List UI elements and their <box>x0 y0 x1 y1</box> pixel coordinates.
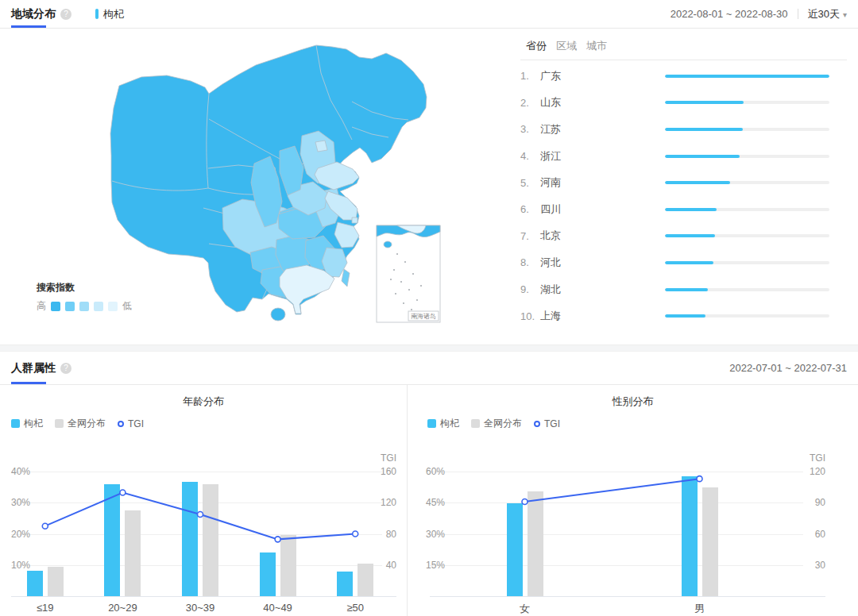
rank-bar-fill <box>665 208 717 211</box>
province-name: 四川 <box>540 202 561 217</box>
province-beijing[interactable] <box>315 141 327 152</box>
tgi-point <box>275 537 280 542</box>
rank-bar-track <box>665 261 829 264</box>
ranking-row: 4.浙江 <box>520 143 847 170</box>
age-distribution-chart: 年龄分布 枸杞全网分布TGI 40%16030%12020%8010%40TGI… <box>0 385 407 616</box>
rank-number: 6. <box>520 203 540 215</box>
tgi-point <box>522 499 528 504</box>
rank-number: 8. <box>520 256 540 268</box>
demo-date-range: 2022-07-01 ~ 2022-07-31 <box>729 362 847 374</box>
province-hainan[interactable] <box>271 308 285 321</box>
ranking-row: 9.湖北 <box>520 276 847 303</box>
map-legend-title: 搜索指数 <box>37 281 132 295</box>
province-name: 上海 <box>540 309 561 323</box>
demographics-section: 人群属性 ? 2022-07-01 ~ 2022-07-31 年龄分布 枸杞全网… <box>0 352 858 615</box>
map-legend-low-label: 低 <box>122 299 132 313</box>
ranking-row: 2.山东 <box>520 90 847 117</box>
map-legend-swatch-1 <box>51 302 60 311</box>
province-name: 山东 <box>540 95 561 110</box>
rank-bar-track <box>665 234 829 237</box>
map-legend-swatch-3 <box>79 302 89 311</box>
ranking-tab-3[interactable]: 城市 <box>586 39 607 53</box>
rank-number: 9. <box>520 283 540 295</box>
rank-number: 3. <box>520 123 540 135</box>
map-legend-swatches <box>51 302 118 311</box>
section-separator <box>0 345 858 352</box>
demo-section-header: 人群属性 ? 2022-07-01 ~ 2022-07-31 <box>0 352 858 384</box>
province-ranking-panel: 省份区域城市 1.广东2.山东3.江苏4.浙江5.河南6.四川7.北京8.河北9… <box>520 36 847 329</box>
geo-distribution-section: 地域分布 ? 枸杞 2022-08-01 ~ 2022-08-30 近30天▾ <box>0 0 858 345</box>
tgi-point <box>120 490 126 495</box>
province-ranking-list: 1.广东2.山东3.江苏4.浙江5.河南6.四川7.北京8.河北9.湖北10.上… <box>520 60 847 329</box>
ranking-row: 5.河南 <box>520 169 847 196</box>
header-vertical-divider <box>798 9 798 19</box>
gender-chart-plot: 60%12045%9030%6015%30TGI女男 <box>408 385 858 616</box>
province-taiwan[interactable] <box>342 269 350 287</box>
demo-section-title: 人群属性 <box>11 361 56 375</box>
province-name: 江苏 <box>540 122 561 137</box>
ranking-row: 6.四川 <box>520 196 847 223</box>
age-chart-plot: 40%16030%12020%8010%40TGI≤1920~2930~3940… <box>0 385 407 616</box>
ranking-tabs: 省份区域城市 <box>520 36 847 60</box>
map-legend: 搜索指数 高 低 <box>37 281 132 313</box>
rank-number: 1. <box>520 70 540 82</box>
rank-bar-fill <box>665 181 730 184</box>
south-china-sea-inset: 南海诸岛 <box>377 225 440 322</box>
ranking-row: 10.上海 <box>520 302 847 329</box>
rank-bar-track <box>665 155 829 158</box>
charts-row: 年龄分布 枸杞全网分布TGI 40%16030%12020%8010%40TGI… <box>0 385 858 616</box>
ranking-row: 8.河北 <box>520 249 847 276</box>
rank-number: 10. <box>520 310 540 322</box>
rank-number: 5. <box>520 177 540 189</box>
tgi-point <box>697 476 702 482</box>
tgi-line <box>0 385 407 616</box>
map-legend-swatch-5 <box>108 302 118 311</box>
ranking-tab-1[interactable]: 省份 <box>526 39 547 53</box>
ranking-row: 1.广东 <box>520 63 847 90</box>
tgi-point <box>353 531 358 537</box>
rank-bar-fill <box>665 314 705 318</box>
map-legend-swatch-4 <box>94 302 103 311</box>
tgi-point <box>198 511 203 517</box>
rank-bar-track <box>665 128 829 131</box>
rank-bar-track <box>665 314 829 318</box>
rank-number: 7. <box>520 230 540 242</box>
demo-active-underline <box>11 382 46 384</box>
caret-down-icon: ▾ <box>843 10 847 19</box>
rank-bar-fill <box>665 155 740 158</box>
gender-distribution-chart: 性别分布 枸杞全网分布TGI 60%12045%9030%6015%30TGI女… <box>408 385 858 616</box>
rank-bar-fill <box>665 288 708 291</box>
demo-help-icon[interactable]: ? <box>60 363 72 374</box>
rank-bar-track <box>665 208 829 211</box>
ranking-row: 3.江苏 <box>520 116 847 143</box>
map-legend-swatch-2 <box>65 302 75 311</box>
province-name: 湖北 <box>540 283 561 297</box>
rank-bar-track <box>665 288 829 291</box>
geo-date-range: 2022-08-01 ~ 2022-08-30 <box>671 8 788 20</box>
rank-bar-track <box>665 75 829 78</box>
period-dropdown[interactable]: 近30天▾ <box>808 7 848 21</box>
rank-number: 2. <box>520 97 540 109</box>
province-name: 河北 <box>540 256 561 270</box>
rank-bar-fill <box>665 234 715 237</box>
province-name: 浙江 <box>540 149 561 164</box>
province-name: 广东 <box>540 69 561 83</box>
rank-number: 4. <box>520 150 540 162</box>
province-name: 河南 <box>540 175 561 190</box>
tgi-line <box>408 385 858 616</box>
province-name: 北京 <box>540 229 561 243</box>
province-shanghai[interactable] <box>352 218 358 223</box>
rank-bar-fill <box>665 128 743 131</box>
rank-bar-fill <box>665 101 744 104</box>
period-label: 近30天 <box>808 8 840 20</box>
rank-bar-track <box>665 101 829 104</box>
inset-label: 南海诸岛 <box>411 313 436 320</box>
tgi-point <box>42 523 48 529</box>
rank-bar-fill <box>665 75 829 78</box>
ranking-row: 7.北京 <box>520 223 847 250</box>
province-guangdong[interactable] <box>280 265 334 314</box>
map-legend-high-label: 高 <box>37 299 46 313</box>
rank-bar-fill <box>665 261 713 264</box>
ranking-tab-2[interactable]: 区域 <box>556 39 577 53</box>
rank-bar-track <box>665 181 829 184</box>
